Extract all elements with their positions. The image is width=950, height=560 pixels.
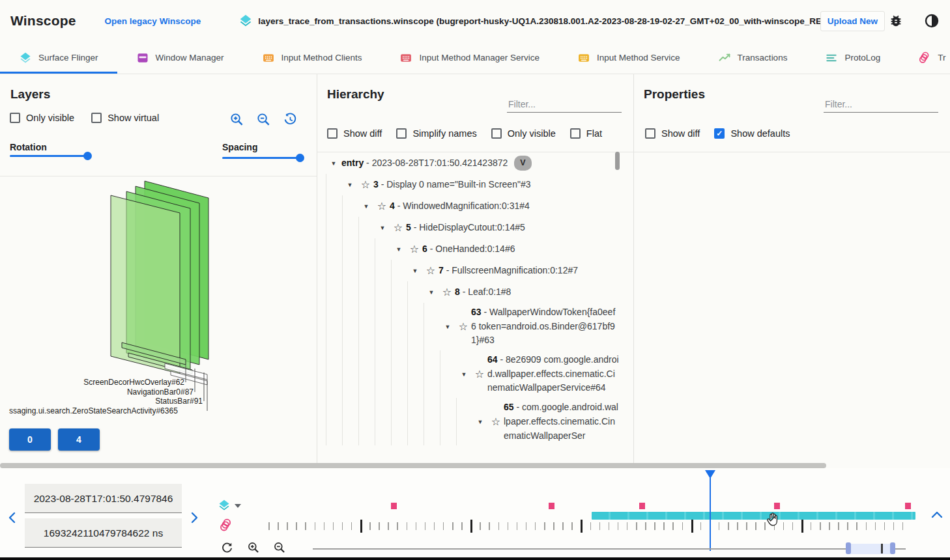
hierarchy-filter-input[interactable]	[507, 96, 622, 113]
hierarchy-scrollbar[interactable]	[615, 152, 620, 453]
layer-id-button-0[interactable]: 0	[9, 428, 51, 451]
pin-star-icon[interactable]: ☆	[472, 368, 487, 380]
pin-star-icon[interactable]: ☆	[407, 243, 422, 255]
pin-star-icon[interactable]: ☆	[358, 178, 373, 191]
checkbox-icon[interactable]	[570, 128, 581, 139]
show-diff-checkbox[interactable]: Show diff	[327, 128, 382, 139]
checkbox-icon[interactable]	[327, 128, 338, 139]
pin-star-icon[interactable]: ☆	[374, 200, 390, 212]
rotation-slider[interactable]	[10, 155, 88, 157]
tree-node[interactable]: ▼☆8 - Leaf:0:1#8	[326, 281, 619, 303]
next-entry-chevron-icon[interactable]	[188, 511, 200, 524]
tab-surface-flinger[interactable]: Surface Flinger	[0, 42, 117, 74]
human-timestamp-input[interactable]	[25, 484, 182, 513]
expander-icon[interactable]: ▼	[456, 371, 472, 378]
ns-timestamp-input[interactable]	[25, 518, 182, 548]
indent-guide	[440, 398, 456, 445]
checkbox-icon[interactable]	[714, 128, 725, 139]
active-trace-band[interactable]	[592, 512, 915, 520]
show-virtual-checkbox[interactable]: Show virtual	[91, 113, 159, 123]
active-trace-selector[interactable]	[218, 499, 241, 512]
checkbox-icon[interactable]	[396, 128, 407, 139]
range-handle-right[interactable]	[890, 542, 895, 554]
pin-star-icon[interactable]: ☆	[488, 415, 504, 428]
checkbox-icon[interactable]	[91, 113, 102, 123]
upload-new-button[interactable]: Upload New	[820, 11, 885, 31]
tree-node[interactable]: ▼☆63 - WallpaperWindowToken{fa0eef6 toke…	[326, 303, 619, 350]
open-legacy-link[interactable]: Open legacy Winscope	[105, 16, 201, 26]
only-visible-checkbox[interactable]: Only visible	[491, 128, 556, 139]
expander-icon[interactable]: ▼	[326, 160, 341, 167]
simplify-names-checkbox[interactable]: Simplify names	[396, 128, 476, 139]
dark-mode-toggle-icon[interactable]	[924, 13, 940, 29]
tree-node[interactable]: ▼☆5 - HideDisplayCutout:0:14#5	[326, 217, 619, 238]
indent-guide	[358, 217, 375, 238]
tab-input-method-manager-service[interactable]: Input Method Manager Service	[381, 42, 558, 74]
tab-protolog[interactable]: ProtoLog	[806, 42, 899, 74]
expander-icon[interactable]: ▼	[424, 289, 439, 296]
tree-node[interactable]: ▼☆3 - Display 0 name="Built-in Screen"#3	[326, 174, 619, 195]
properties-filter-input[interactable]	[824, 96, 938, 113]
show-diff-checkbox[interactable]: Show diff	[645, 128, 700, 139]
pin-star-icon[interactable]: ☆	[390, 221, 406, 234]
slider-thumb[interactable]	[296, 154, 304, 162]
zoom-in-icon[interactable]	[229, 112, 244, 127]
checkbox-icon[interactable]	[491, 128, 502, 139]
zoom-out-icon[interactable]	[256, 112, 271, 127]
expander-icon[interactable]: ▼	[440, 324, 455, 330]
checkbox-icon[interactable]	[10, 113, 20, 123]
tab-window-manager[interactable]: Window Manager	[117, 42, 243, 74]
transition-marker[interactable]	[391, 503, 397, 509]
range-slider-track[interactable]	[313, 548, 906, 550]
chevron-down-icon[interactable]	[235, 504, 241, 508]
transition-marker[interactable]	[774, 503, 780, 509]
horizontal-scrollbar[interactable]	[0, 463, 826, 468]
show-defaults-checkbox[interactable]: Show defaults	[714, 128, 790, 139]
expander-icon[interactable]: ▼	[358, 203, 374, 210]
tree-node[interactable]: ▼☆4 - WindowedMagnification:0:31#4	[326, 195, 619, 217]
refresh-icon[interactable]	[221, 541, 233, 553]
only-visible-checkbox[interactable]: Only visible	[10, 113, 74, 123]
transitions-trace-icon[interactable]	[219, 518, 233, 536]
slider-thumb[interactable]	[83, 152, 92, 160]
expander-icon[interactable]: ▼	[342, 182, 358, 188]
flat-checkbox[interactable]: Flat	[570, 128, 602, 139]
reset-view-icon[interactable]	[283, 112, 298, 127]
range-selection[interactable]	[848, 544, 893, 554]
expander-icon[interactable]: ▼	[407, 268, 423, 274]
pin-star-icon[interactable]: ☆	[455, 320, 471, 333]
tab-input-method-clients[interactable]: Input Method Clients	[243, 42, 381, 74]
indent-guide	[391, 260, 407, 281]
layers-3d-canvas[interactable]: ScreenDecorHwcOverlay#62 NavigationBar0#…	[0, 176, 317, 425]
previous-entry-chevron-icon[interactable]	[7, 511, 18, 524]
timeline-zoom-in-icon[interactable]	[247, 541, 260, 554]
bug-report-icon[interactable]	[889, 14, 903, 28]
tree-node[interactable]: ▼☆65 - com.google.android.wallpaper.effe…	[326, 398, 619, 445]
expander-icon[interactable]: ▼	[375, 225, 390, 231]
tree-node[interactable]: ▼☆7 - FullscreenMagnification:0:12#7	[326, 260, 619, 281]
collapse-timeline-chevron-icon[interactable]	[930, 510, 943, 522]
tab-input-method-service[interactable]: Input Method Service	[558, 42, 699, 74]
tree-node[interactable]: ▼☆64 - 8e26909 com.google.android.wallpa…	[326, 350, 619, 398]
layer-id-button-4[interactable]: 4	[58, 428, 100, 451]
tab-transactions[interactable]: Transactions	[699, 42, 807, 74]
expander-icon[interactable]: ▼	[391, 246, 407, 253]
scrollbar-thumb[interactable]	[615, 152, 620, 170]
expander-icon[interactable]: ▼	[472, 419, 488, 425]
transition-marker[interactable]	[639, 503, 645, 509]
checkbox-icon[interactable]	[645, 128, 655, 139]
timeline-cursor-line[interactable]	[710, 470, 711, 551]
timeline-ruler[interactable]	[268, 520, 910, 537]
hierarchy-panel-title: Hierarchy	[327, 87, 384, 102]
spacing-slider[interactable]	[222, 157, 300, 159]
pin-star-icon[interactable]: ☆	[423, 264, 439, 277]
pin-star-icon[interactable]: ☆	[439, 286, 455, 298]
transition-marker[interactable]	[905, 503, 911, 509]
tree-node[interactable]: ▼☆6 - OneHanded:0:14#6	[326, 238, 619, 260]
timeline-zoom-out-icon[interactable]	[273, 541, 286, 554]
keyboard-icon	[577, 51, 590, 64]
range-handle-left[interactable]	[846, 542, 851, 554]
transition-marker[interactable]	[549, 503, 554, 509]
tab-tr[interactable]: Tr	[899, 42, 950, 74]
tree-node[interactable]: ▼entry - 2023-08-28T17:01:50.421423872V	[326, 152, 619, 174]
